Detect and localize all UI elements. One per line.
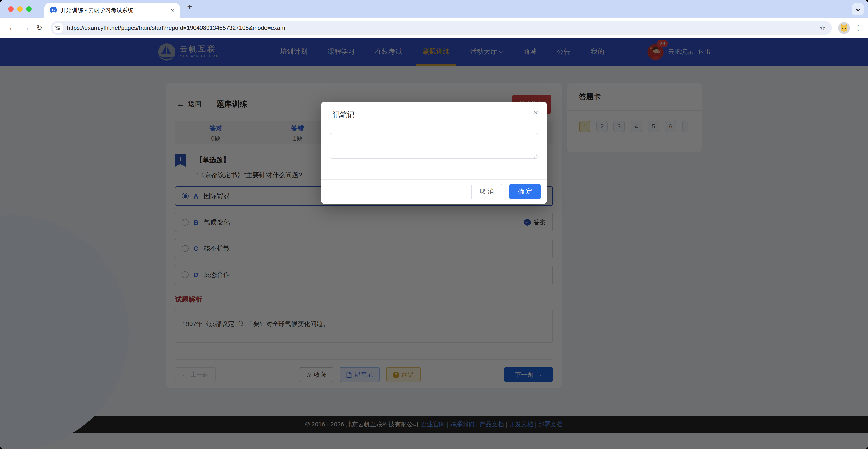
site-settings-icon[interactable]: [53, 22, 63, 33]
tab-title: 开始训练 - 云帆学习考试系统: [61, 7, 166, 14]
chevron-down-icon: [855, 6, 861, 11]
close-icon[interactable]: ×: [533, 109, 538, 117]
tab-favicon-icon: [50, 6, 57, 15]
web-viewport: 云帆互联 YUN FAN HU LIAN 培训计划 课程学习 在线考试 刷题训练…: [0, 37, 868, 449]
modal-backdrop[interactable]: [0, 37, 868, 449]
bookmark-star-icon[interactable]: ☆: [819, 24, 826, 32]
confirm-button[interactable]: 确 定: [509, 184, 541, 200]
note-textarea[interactable]: [330, 133, 538, 159]
tab-close-icon[interactable]: ×: [169, 7, 176, 14]
browser-window: 开始训练 - 云帆学习考试系统 × + ← → ↻ https://exam.y…: [0, 0, 868, 449]
browser-tab-strip: 开始训练 - 云帆学习考试系统 × +: [0, 0, 868, 18]
forward-button[interactable]: →: [19, 23, 33, 32]
url-text[interactable]: https://exam.yfhl.net/pages/train/start?…: [67, 24, 817, 31]
browser-toolbar: ← → ↻ https://exam.yfhl.net/pages/train/…: [0, 18, 868, 37]
browser-tab[interactable]: 开始训练 - 云帆学习考试系统 ×: [44, 3, 180, 18]
tab-search-button[interactable]: [852, 3, 864, 16]
modal-title: 记笔记: [333, 110, 354, 120]
note-modal: 记笔记 × 取 消 确 定: [321, 102, 547, 204]
window-controls: [8, 6, 32, 12]
browser-profile-avatar[interactable]: [838, 22, 850, 34]
modal-footer: 取 消 确 定: [321, 179, 547, 204]
browser-menu-icon[interactable]: ⋮: [854, 24, 863, 32]
url-bar[interactable]: https://exam.yfhl.net/pages/train/start?…: [51, 21, 832, 35]
cancel-button[interactable]: 取 消: [471, 184, 502, 200]
maximize-window-button[interactable]: [26, 6, 32, 12]
reload-button[interactable]: ↻: [33, 24, 46, 32]
minimize-window-button[interactable]: [17, 6, 23, 12]
new-tab-button[interactable]: +: [187, 2, 192, 11]
screen: 开始训练 - 云帆学习考试系统 × + ← → ↻ https://exam.y…: [0, 0, 868, 449]
back-button[interactable]: ←: [5, 23, 19, 32]
close-window-button[interactable]: [8, 6, 13, 12]
